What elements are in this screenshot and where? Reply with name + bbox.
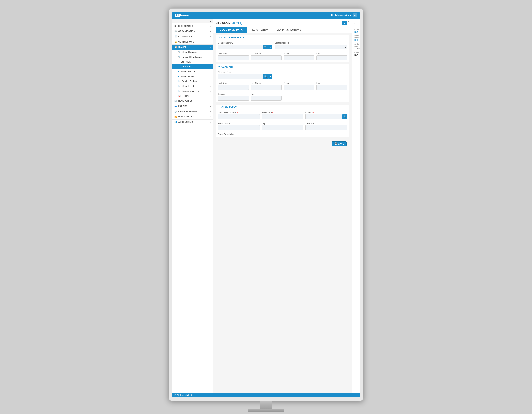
sidebar-item-reinsurance[interactable]: 🔁REINSURANCE ›: [172, 114, 213, 119]
settings-icon[interactable]: ⚙: [353, 13, 357, 17]
sidebar-item-commissions[interactable]: 💰COMMISSIONS ›: [172, 39, 213, 44]
claimant-header[interactable]: ▼ CLAIMANT: [216, 64, 349, 69]
first-name-input[interactable]: [218, 56, 249, 60]
sidebar-item-claims[interactable]: 📋CLAIMS ›: [172, 45, 213, 50]
event-date-label: Event Date *: [262, 111, 304, 114]
sidebar-item-catastrophic-event[interactable]: 📄 Catastrophic Event ›: [172, 88, 213, 93]
collapse-icon: ▼: [218, 106, 220, 108]
chevron-icon: ›: [210, 85, 211, 87]
country-search-btn[interactable]: 🔍: [342, 114, 347, 119]
parties-icon: 👥: [174, 105, 177, 107]
c-button[interactable]: C: [342, 21, 347, 25]
claimant-country-label: Country: [218, 93, 249, 95]
claim-event-number-input[interactable]: [218, 114, 260, 119]
claim-handler-value: N/A: [354, 31, 360, 33]
contacting-party-dropdown-btn[interactable]: ▾: [268, 45, 273, 49]
logo-insure: Insure: [180, 14, 189, 17]
claimant-spacer: [275, 71, 347, 79]
sidebar-item-claim-events[interactable]: 📄 Claim Events ›: [172, 84, 213, 88]
recoveries-icon: 🔄: [174, 100, 177, 102]
claimant-party-dropdown-btn[interactable]: ▾: [268, 74, 273, 79]
email-label: Email: [316, 53, 347, 55]
claimant-party-search-btn[interactable]: 🔍: [263, 74, 268, 79]
save-action-row: 💾 SAVE: [216, 139, 349, 141]
collapse-icon: ▼: [218, 66, 220, 68]
claimant-phone-input[interactable]: [284, 85, 314, 90]
sidebar-item-organisation[interactable]: 🏢ORGANISATION ›: [172, 29, 213, 34]
event-date-input[interactable]: [262, 114, 304, 119]
expand-icon[interactable]: ›: [354, 22, 355, 25]
sidebar-item-claim-overview[interactable]: 🔍 Claim Overview: [172, 50, 213, 55]
tab-registration[interactable]: REGISTRATION: [247, 27, 273, 33]
claim-event-header[interactable]: ▼ CLAIM EVENT: [216, 105, 349, 110]
contacting-party-header[interactable]: ▼ CONTACTING PARTY: [216, 35, 349, 40]
doc-icon: 📄: [178, 85, 180, 87]
claimant-last-name-input[interactable]: [251, 85, 282, 90]
zip-code-field: ZIP Code: [305, 122, 347, 130]
last-name-input[interactable]: [251, 56, 282, 60]
chevron-icon: ›: [210, 111, 211, 113]
top-right: Hi, Administrator ▾ ⚙: [331, 13, 357, 17]
claimant-section: ▼ CLAIMANT Claimant Party 🔍: [216, 64, 349, 103]
claimant-first-name-input[interactable]: [218, 85, 249, 90]
chevron-icon: ›: [210, 46, 211, 48]
panel-row1: Claim Handler N/A Policy Number N/A: [354, 29, 360, 35]
zip-code-input[interactable]: [305, 125, 347, 130]
commissions-icon: 💰: [174, 41, 177, 43]
sidebar-item-contracts[interactable]: 📄CONTRACTS ›: [172, 34, 213, 39]
event-cause-panel-label: Claim Event Cause: [354, 51, 360, 53]
right-panel-header: › ☰ ✓ 🔔: [354, 21, 360, 27]
sidebar-item-recoveries[interactable]: 🔄RECOVERIES ›: [172, 98, 213, 104]
event-cause-input[interactable]: [218, 125, 260, 130]
draft-badge: (DRAFT): [232, 22, 242, 25]
sidebar-item-reports[interactable]: 📊 Reports ›: [172, 93, 213, 98]
sidebar: ◀ ⊞DASHBOARDS › 🏢ORGANISATION ›: [172, 19, 213, 393]
city-input[interactable]: [262, 125, 304, 130]
phone-input[interactable]: [284, 56, 314, 60]
claimant-party-input[interactable]: [218, 74, 263, 79]
sidebar-item-legal-disputes[interactable]: ⚖️LEGAL DISPUTES ›: [172, 109, 213, 114]
sidebar-section-commissions: 💰COMMISSIONS ›: [172, 39, 213, 45]
country-input-group: 🔍: [305, 114, 347, 119]
sidebar-item-service-claims[interactable]: 📄 Service Claims: [172, 79, 213, 84]
sidebar-item-life-fnol[interactable]: + Life FNOL: [172, 59, 213, 64]
panel-row3: Claim Notification Date 17.02.2021 Claim…: [354, 43, 360, 51]
claim-event-row1: Claim Event Number * Event Date: [216, 110, 349, 121]
sidebar-item-non-life-claim[interactable]: + Non Life Claim: [172, 74, 213, 79]
claimant-email-input[interactable]: [316, 85, 347, 90]
save-button[interactable]: 💾 SAVE: [332, 141, 347, 146]
tab-claim-inspections[interactable]: CLAIM INSPECTIONS: [273, 27, 305, 33]
contacting-party-input[interactable]: [218, 45, 263, 49]
chevron-down-icon: ▾: [350, 14, 351, 17]
contacting-party-search-btn[interactable]: 🔍: [263, 45, 268, 49]
sidebar-item-life-claim[interactable]: + Life Claim: [172, 64, 213, 69]
sidebar-item-parties[interactable]: 👥PARTIES ›: [172, 104, 213, 109]
claimant-city-label: City: [251, 93, 282, 95]
claimant-country-input[interactable]: [218, 96, 249, 101]
sidebar-item-accounting[interactable]: 📊ACCOUNTING ›: [172, 119, 213, 125]
email-input[interactable]: [316, 56, 347, 60]
logo-ad: Ad: [175, 14, 180, 17]
country-field: Country * 🔍: [305, 111, 347, 119]
page-header: LIFE CLAIM: (DRAFT) C ▾: [213, 19, 352, 27]
sidebar-item-survival-candidates[interactable]: 🔍 Survival Candidates: [172, 55, 213, 59]
reinsurance-icon: 🔁: [174, 116, 177, 118]
claimant-empty1: [284, 93, 314, 101]
admin-button[interactable]: Hi, Administrator ▾: [331, 14, 351, 17]
sidebar-item-non-life-fnol[interactable]: + Non Life FNOL: [172, 69, 213, 74]
claimant-city-field: City: [251, 93, 282, 101]
notification-date-value: 17.02.2021: [354, 48, 360, 50]
claim-event-number-field: Claim Event Number *: [218, 111, 260, 119]
tab-claim-basic-data[interactable]: CLAIM BASIC DATA: [216, 27, 247, 33]
footer: © 2021 Adacta Fintech: [172, 393, 360, 397]
sidebar-section-legal-disputes: ⚖️LEGAL DISPUTES ›: [172, 109, 213, 114]
sidebar-item-dashboards[interactable]: ⊞DASHBOARDS ›: [172, 23, 213, 29]
claimant-city-input[interactable]: [251, 96, 282, 101]
country-input[interactable]: [305, 114, 342, 119]
contact-method-select[interactable]: [275, 45, 347, 49]
event-date-field: Event Date *: [262, 111, 304, 119]
search-icon: 🔍: [178, 56, 180, 58]
sidebar-collapse-button[interactable]: ◀: [172, 19, 213, 23]
doc-icon: 📄: [178, 80, 180, 82]
claim-event-number-panel-value: N/A: [354, 39, 360, 41]
